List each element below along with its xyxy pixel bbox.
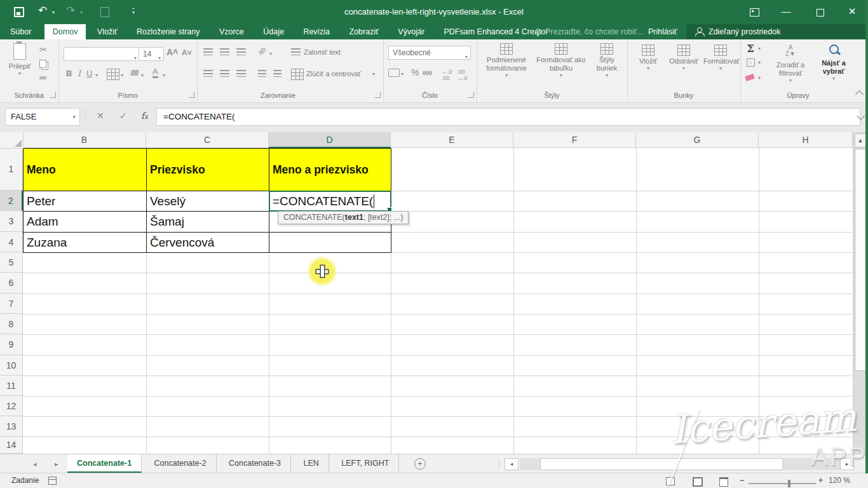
new-sheet-icon[interactable]: +	[414, 458, 426, 470]
sheet-tab-concatenate-3[interactable]: Concatenate-3	[219, 454, 291, 472]
insert-cells-button[interactable]: Vložiť ▾	[632, 43, 664, 71]
orientation-dropdown-icon[interactable]: ▾	[269, 51, 272, 57]
delete-cells-button[interactable]: Odstrániť ▾	[665, 43, 702, 71]
scroll-up-icon[interactable]: ▲	[855, 133, 866, 147]
sort-filter-button[interactable]: AZ▼ Zoradiť a filtrovať ▾	[771, 42, 810, 83]
fill-down-icon[interactable]: ↓	[747, 58, 755, 67]
name-box[interactable]: FALSE ▾	[5, 108, 80, 126]
hscroll-left-icon[interactable]: ◂	[505, 458, 519, 470]
cell-c3[interactable]: Šamaj	[146, 211, 269, 233]
row-header-5[interactable]: 5	[0, 252, 23, 273]
accounting-format-icon[interactable]	[388, 69, 400, 77]
row-header-13[interactable]: 13	[0, 416, 23, 437]
tab-udaje[interactable]: Údaje	[255, 24, 292, 39]
clipboard-dialog-launcher-icon[interactable]	[50, 92, 56, 98]
enter-check-icon[interactable]: ✓	[119, 111, 127, 121]
ribbon-display-options-icon[interactable]	[745, 8, 764, 18]
decrease-font-icon[interactable]: A˅	[182, 48, 192, 57]
cell-b4[interactable]: Zuzana	[23, 232, 147, 253]
format-as-table-button[interactable]: Formátovať ako tabuľku ▾	[535, 42, 587, 78]
minimize-button[interactable]: —	[776, 6, 796, 17]
align-top-icon[interactable]	[203, 48, 213, 55]
tabbar-splitter[interactable]: ⋮	[496, 459, 503, 468]
row-header-7[interactable]: 7	[0, 294, 23, 314]
zoom-slider-thumb[interactable]	[788, 480, 790, 487]
fill-color-dropdown-icon[interactable]: ▾	[141, 72, 144, 78]
tell-me-box[interactable]: Prezraďte, čo chcete robiť...	[535, 24, 644, 39]
accounting-dropdown-icon[interactable]: ▾	[401, 71, 403, 77]
font-color-icon[interactable]: A	[153, 67, 158, 78]
column-header-h[interactable]: H	[759, 132, 853, 148]
sheet-tab-concatenate-1[interactable]: Concatenate-1	[67, 455, 142, 473]
cell-d4[interactable]	[269, 232, 391, 253]
format-cells-button[interactable]: Formátovať ▾	[703, 43, 738, 71]
sheet-tab-left-right[interactable]: LEFT, RIGHT	[332, 454, 399, 472]
row-header-3[interactable]: 3	[0, 211, 23, 232]
collapse-ribbon-icon[interactable]	[855, 90, 864, 98]
wrap-text-label[interactable]: Zalomiť text	[304, 48, 341, 57]
tab-vzorce[interactable]: Vzorce	[211, 24, 252, 39]
row-header-6[interactable]: 6	[0, 273, 23, 294]
align-center-icon[interactable]	[220, 70, 229, 77]
zoom-in-icon[interactable]: +	[818, 476, 823, 485]
font-dialog-launcher-icon[interactable]	[189, 92, 194, 98]
autosum-dropdown-icon[interactable]: ▾	[758, 46, 761, 51]
merge-center-dropdown-icon[interactable]: ▾	[372, 71, 375, 77]
active-cell-d2[interactable]: =CONCATENATE(	[269, 191, 391, 212]
underline-dropdown-icon[interactable]: ▾	[95, 72, 98, 78]
align-bottom-icon[interactable]	[236, 48, 246, 55]
alignment-dialog-launcher-icon[interactable]	[375, 92, 381, 98]
sign-in-button[interactable]: Prihlásiť	[648, 24, 677, 39]
horizontal-scrollbar-thumb[interactable]	[540, 458, 783, 470]
tab-domov[interactable]: Domov	[44, 24, 86, 39]
insert-function-icon[interactable]: fx	[141, 111, 148, 121]
sheet-tab-len[interactable]: LEN	[294, 454, 329, 472]
sheet-nav-left-icon[interactable]: ◂	[33, 460, 37, 468]
percent-style-icon[interactable]: %	[411, 67, 419, 78]
column-header-c[interactable]: C	[146, 132, 269, 148]
cut-icon[interactable]: ✂	[39, 44, 47, 55]
cell-d1[interactable]: Meno a priezvisko	[269, 148, 391, 191]
row-header-2[interactable]: 2	[0, 191, 23, 211]
share-button[interactable]: Zdieľaný prostriedok	[686, 24, 868, 39]
tab-vlozit[interactable]: Vložiť	[89, 24, 126, 39]
fill-dropdown-icon[interactable]: ▾	[758, 60, 761, 65]
decrease-decimal-icon[interactable]: .00→.0	[457, 69, 468, 81]
font-color-dropdown-icon[interactable]: ▾	[163, 72, 165, 78]
underline-icon[interactable]: U	[86, 69, 92, 78]
increase-decimal-icon[interactable]: ←.0.00	[442, 69, 452, 81]
copy-icon[interactable]	[39, 60, 46, 68]
tab-rozlozenie-strany[interactable]: Rozloženie strany	[128, 24, 208, 39]
column-header-g[interactable]: G	[636, 132, 759, 148]
autosum-icon[interactable]: Σ	[747, 42, 754, 55]
row-header-12[interactable]: 12	[0, 396, 23, 416]
italic-icon[interactable]: I	[78, 69, 81, 78]
merge-center-icon[interactable]	[291, 69, 304, 80]
bold-icon[interactable]: B	[66, 69, 72, 78]
number-dialog-launcher-icon[interactable]	[468, 92, 474, 98]
cell-c2[interactable]: Veselý	[146, 191, 269, 212]
format-painter-icon[interactable]	[39, 76, 46, 79]
restore-button[interactable]	[811, 8, 830, 18]
row-header-4[interactable]: 4	[0, 232, 23, 252]
fill-color-icon[interactable]	[130, 70, 139, 76]
tab-vyvojar[interactable]: Vývojár	[390, 24, 433, 39]
select-all-corner[interactable]	[0, 132, 24, 149]
row-header-8[interactable]: 8	[0, 314, 23, 334]
increase-font-icon[interactable]: A˄	[166, 47, 178, 57]
close-button[interactable]: ✕	[843, 6, 862, 17]
decrease-indent-icon[interactable]	[258, 70, 266, 77]
formula-input[interactable]: =CONCATENATE(	[156, 108, 860, 126]
paste-button[interactable]: Prilepiť ▾	[4, 43, 36, 76]
merge-center-label[interactable]: Zlúčiť a centrovať	[306, 70, 361, 78]
cell-c4[interactable]: Červencová	[146, 232, 269, 253]
zoom-slider-track[interactable]	[749, 483, 816, 484]
orientation-icon[interactable]: ab	[257, 45, 268, 56]
name-box-dropdown-icon[interactable]: ▾	[72, 109, 76, 125]
borders-dropdown-icon[interactable]: ▾	[121, 72, 123, 78]
vertical-scrollbar-thumb[interactable]	[855, 149, 866, 371]
sheet-nav-right-icon[interactable]: ▸	[55, 460, 58, 468]
number-format-combo[interactable]: Všeobecné▾	[388, 46, 471, 60]
column-header-e[interactable]: E	[391, 132, 513, 148]
row-header-1[interactable]: 1	[0, 148, 23, 191]
